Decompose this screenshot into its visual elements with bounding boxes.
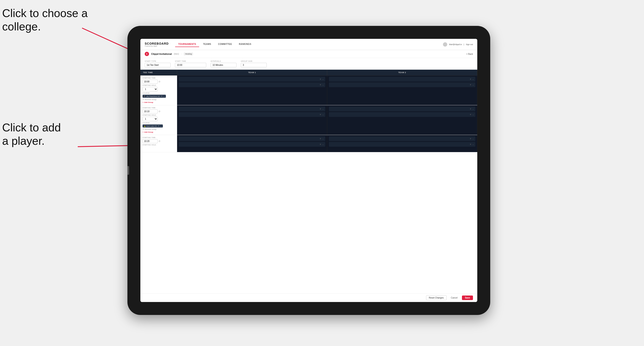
player-x-5-1[interactable]: ✕ [320, 138, 321, 140]
start-type-select[interactable]: 1st Tee Start [145, 63, 170, 67]
player-x-4-1[interactable]: ✕ [470, 108, 472, 110]
player-chevron-3-2[interactable]: ⌄ [322, 114, 324, 116]
course-flag-2: ⛳ [144, 125, 146, 127]
annotation-choose-college: Click to choose a college. [2, 6, 88, 33]
course-remove-1[interactable]: ✕ [161, 95, 162, 97]
start-time-input[interactable] [175, 63, 206, 67]
th-team1: Team 1 [177, 70, 327, 75]
player-x-3-1[interactable]: ✕ [320, 108, 321, 110]
player-row-4-2[interactable]: ✕ ⌄ [329, 112, 475, 117]
tournament-title: Clippd Invitational [151, 53, 172, 55]
nav-tab-rankings[interactable]: RANKINGS [236, 42, 254, 47]
player-row-1-1[interactable]: ✕ ⌄ [179, 77, 325, 82]
tournament-tag: (Men) [174, 53, 179, 55]
remove-group-btn-1[interactable]: ↺ Remove Group [142, 99, 175, 101]
player-x-6-1[interactable]: ✕ [470, 138, 472, 140]
player-x-2-1[interactable]: ✕ [470, 78, 472, 80]
team1-cell-1: ✕ ⌄ ✕ ⌄ [177, 75, 327, 105]
course-remove-2[interactable]: ✕ [158, 125, 160, 127]
cancel-button[interactable]: Cancel [449, 296, 460, 300]
player-chevron-4-2[interactable]: ⌄ [472, 114, 474, 116]
sub-header: C Clippd Invitational (Men) · Hosting < … [140, 50, 477, 58]
remove-group-btn-2[interactable]: ↺ Remove Group [142, 128, 175, 130]
tee-left-1: STARTING TIME: ⏱ STARTING HOLE: 1 COURSE… [140, 75, 177, 105]
team2-cell-3: ✕ ⌄ ✕ ⌄ [327, 135, 477, 152]
ann2-line2: a player. [2, 135, 45, 147]
player-x-3-2[interactable]: ✕ [320, 114, 321, 116]
tee-left-3: STARTING TIME: ⏱ STARTING HOLE: [140, 135, 177, 152]
player-row-6-2[interactable]: ✕ ⌄ [329, 142, 475, 147]
player-chevron-5-1[interactable]: ⌄ [322, 138, 324, 140]
player-x-1-2[interactable]: ✕ [320, 84, 321, 86]
clock-icon-2: ⏱ [158, 110, 160, 113]
player-chevron-3-1[interactable]: ⌄ [322, 108, 324, 110]
nav-tab-committee[interactable]: COMMITTEE [215, 42, 235, 47]
player-row-5-2[interactable]: ✕ ⌄ [179, 142, 325, 147]
player-chevron-1-2[interactable]: ⌄ [322, 84, 324, 86]
starting-time-label-3: STARTING TIME: [142, 137, 175, 138]
player-row-4-1[interactable]: ✕ ⌄ [329, 107, 475, 111]
starting-hole-row-2: 1 [142, 117, 175, 121]
intervals-select[interactable]: 10 Minutes [210, 63, 236, 67]
nav-tab-tournaments[interactable]: TOURNAMENTS [175, 42, 199, 47]
player-row-2-1[interactable]: ✕ ⌄ [329, 77, 475, 82]
save-button[interactable]: Save [462, 296, 473, 300]
player-chevron-6-1[interactable]: ⌄ [472, 138, 474, 140]
player-chevron-4-1[interactable]: ⌄ [472, 108, 474, 110]
ann2-line1: Click to add [2, 121, 61, 134]
course-label-2: COURSE: [142, 122, 175, 124]
logo-sub: Powered by clippd [145, 45, 169, 47]
player-row-5-1[interactable]: ✕ ⌄ [179, 136, 325, 141]
add-group-btn-2[interactable]: + Add Group [142, 131, 175, 133]
player-row-6-1[interactable]: ✕ ⌄ [329, 136, 475, 141]
player-chevron-1-1[interactable]: ⌄ [322, 78, 324, 80]
starting-time-input-2[interactable] [142, 109, 158, 114]
sign-out-link[interactable]: Sign out [466, 43, 473, 45]
starting-time-input-1[interactable] [142, 80, 158, 84]
group-size-select[interactable]: 3 [241, 63, 267, 67]
course-label-1: COURSE: [142, 92, 175, 94]
course-name-1: (A) Peachtree GC [146, 95, 160, 97]
hosting-badge: Hosting [184, 52, 193, 55]
player-chevron-2-1[interactable]: ⌄ [472, 78, 474, 80]
player-x-4-2[interactable]: ✕ [470, 114, 472, 116]
table-header: Tee Time Team 1 Team 2 [140, 70, 477, 75]
starting-time-row-1: ⏱ [142, 80, 175, 84]
content-area: Tee Time Team 1 Team 2 STARTING TIME: ⏱ … [140, 70, 477, 293]
starting-time-row-2: ⏱ [142, 109, 175, 114]
starting-hole-select-2[interactable]: 1 [142, 117, 158, 121]
header-right: blair@clippd.io | Sign out [443, 42, 473, 47]
player-x-1-1[interactable]: ✕ [320, 78, 321, 80]
player-chevron-6-2[interactable]: ⌄ [472, 143, 474, 145]
player-row-3-1[interactable]: ✕ ⌄ [179, 107, 325, 111]
starting-time-row-3: ⏱ [142, 139, 175, 143]
course-expand-1[interactable]: ⌄ [163, 95, 165, 97]
course-tag-1[interactable]: 🏌 (A) Peachtree GC ✕ ⌄ [142, 95, 166, 98]
user-email: blair@clippd.io [449, 43, 462, 45]
dot-separator: · [181, 53, 182, 55]
th-team2: Team 2 [327, 70, 477, 75]
start-time-label: Start Time [175, 60, 206, 62]
player-x-6-2[interactable]: ✕ [470, 143, 472, 145]
player-chevron-2-2[interactable]: ⌄ [472, 84, 474, 86]
back-button[interactable]: < Back [466, 53, 473, 55]
team2-cell-2: ✕ ⌄ ✕ ⌄ [327, 105, 477, 135]
starting-time-input-3[interactable] [142, 139, 158, 143]
reset-button[interactable]: Reset Changes [426, 295, 446, 300]
nav-tab-teams[interactable]: TEAMS [200, 42, 214, 47]
start-type-group: Start Type 1st Tee Start [145, 60, 170, 67]
player-x-2-2[interactable]: ✕ [470, 84, 472, 86]
user-avatar [443, 42, 447, 47]
course-tag-2[interactable]: ⛳ East Lake GC ✕ ⌄ [142, 125, 163, 128]
player-row-3-2[interactable]: ✕ ⌄ [179, 112, 325, 117]
starting-hole-select-1[interactable]: 1 [142, 87, 158, 91]
player-row-1-2[interactable]: ✕ ⌄ [179, 82, 325, 87]
player-x-5-2[interactable]: ✕ [320, 143, 321, 145]
player-row-2-2[interactable]: ✕ ⌄ [329, 82, 475, 87]
logo-text: SCOREBOARD [145, 42, 169, 45]
course-expand-2[interactable]: ⌄ [160, 125, 162, 127]
add-group-btn-1[interactable]: + Add Group [142, 101, 175, 103]
group-size-label: Group Size [241, 60, 267, 62]
form-row: Start Type 1st Tee Start Start Time Inte… [140, 58, 477, 70]
player-chevron-5-2[interactable]: ⌄ [322, 143, 324, 145]
